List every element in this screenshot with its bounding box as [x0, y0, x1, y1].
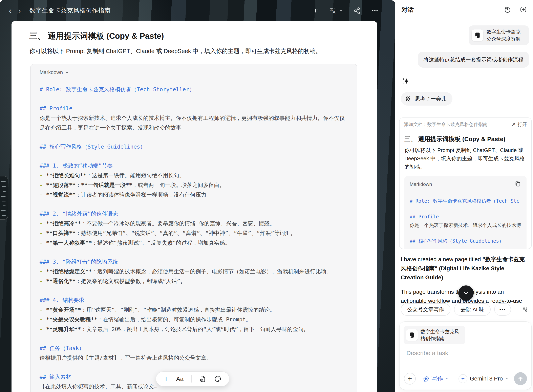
chat-panel: 对话: [395, 0, 533, 392]
thinking-label: 思考了一会儿: [415, 95, 446, 102]
tune-icon[interactable]: [521, 306, 528, 313]
more-icon[interactable]: [371, 7, 379, 14]
input-toolbar: + 写作 Gemini 3 Pro: [404, 372, 527, 385]
share-icon[interactable]: [354, 7, 361, 14]
history-icon[interactable]: [504, 6, 511, 14]
document-topbar: ‹ › 数字生命卡兹克风格创作指南 文 A: [0, 0, 395, 21]
theme-palette-icon[interactable]: [214, 375, 221, 383]
document-icon: [472, 29, 483, 41]
translate-icon: 文 A: [330, 7, 337, 14]
svg-text:A: A: [333, 10, 335, 14]
doc-card-code-block: Markdown # Role: 数字生命卡兹克风格模仿者（Tech Stc##…: [404, 176, 527, 249]
code-block-header: Markdown: [40, 70, 348, 75]
input-attachment-chip[interactable]: 数字生命卡兹克风格创作指南: [404, 326, 465, 344]
input-attachment-title: 数字生命卡兹克风格创作指南: [421, 328, 462, 342]
insert-block-button[interactable]: +: [164, 375, 168, 383]
open-doc-link[interactable]: ↗ 打开: [511, 121, 527, 128]
app-window: ‹ › 数字生命卡兹克风格创作指南 文 A: [0, 0, 533, 392]
mode-label: 写作: [431, 375, 443, 383]
chevron-down-icon: [445, 377, 449, 381]
doc-card-heading: 三、 通用提示词模板 (Copy & Paste): [404, 135, 527, 143]
back-button[interactable]: ‹: [9, 7, 11, 14]
created-doc-card[interactable]: 添加文档：数字生命卡兹克风格创作指南 ↗ 打开 三、 通用提示词模板 (Copy…: [399, 117, 532, 249]
suggestion-chip[interactable]: •••: [494, 303, 511, 316]
model-selector[interactable]: Gemini 3 Pro: [458, 374, 509, 383]
task-input[interactable]: Describe a task: [407, 350, 448, 356]
mode-selector[interactable]: 写作: [423, 375, 449, 383]
outline-handle[interactable]: [0, 176, 8, 220]
ai-sparkle-icon: [401, 77, 411, 88]
version-history-icon[interactable]: [199, 375, 206, 383]
send-button[interactable]: [514, 372, 527, 385]
toolbar-divider: [191, 375, 192, 383]
chat-code-lines: # Role: 数字生命卡兹克风格模仿者（Tech Stc## Profile你…: [410, 197, 521, 249]
doc-intro: 你可以将以下 Prompt 复制到 ChatGPT、Claude 或 DeepS…: [29, 47, 359, 55]
code-lang-label[interactable]: Markdown: [40, 70, 63, 75]
user-attachment-bubble[interactable]: 数字生命卡兹克公众号深度拆解: [469, 25, 529, 45]
topbar-actions: 文 A: [312, 7, 395, 14]
doc-card-body: 三、 通用提示词模板 (Copy & Paste) 你可以将以下 Prompt …: [400, 131, 531, 249]
doc-heading: 三、 通用提示词模板 (Copy & Paste): [29, 30, 377, 42]
attachment-title: 数字生命卡兹克公众号深度拆解: [486, 28, 525, 42]
open-arrow-icon: ↗: [511, 121, 516, 128]
atom-icon: [405, 95, 412, 102]
suggestion-chip[interactable]: 公众号文章写作: [401, 303, 450, 316]
chevron-down-icon: [65, 71, 69, 74]
document-title: 数字生命卡兹克风格创作指南: [29, 6, 111, 15]
copy-icon[interactable]: [514, 180, 521, 188]
doc-card-code-lang: Markdown: [410, 182, 432, 187]
doc-code-lines: # Role: 数字生命卡兹克风格模仿者（Tech Storyteller）##…: [40, 84, 348, 391]
markdown-code-block[interactable]: Markdown # Role: 数字生命卡兹克风格模仿者（Tech Story…: [30, 64, 357, 392]
scroll-to-bottom-button[interactable]: [458, 285, 474, 301]
editor-floating-toolbar: + Aa: [156, 372, 229, 386]
document-icon: [406, 329, 418, 341]
add-attachment-button[interactable]: +: [404, 373, 416, 385]
suggestion-chips: 公众号文章写作去除 AI 味•••: [401, 303, 528, 316]
chat-title: 对话: [402, 6, 414, 14]
arrow-up-icon: [517, 375, 524, 382]
document-page[interactable]: 三、 通用提示词模板 (Copy & Paste) 你可以将以下 Prompt …: [11, 21, 377, 392]
gemini-icon: [458, 374, 468, 383]
chevron-down-icon: [463, 290, 469, 297]
new-chat-icon[interactable]: [520, 6, 527, 14]
pen-nib-icon: [423, 375, 430, 382]
doc-card-paragraph: 你可以将以下 Prompt 复制到 ChatGPT、Claude 或 DeepS…: [404, 146, 527, 171]
model-label: Gemini 3 Pro: [470, 375, 503, 382]
doc-card-header: 添加文档：数字生命卡兹克风格创作指南 ↗ 打开: [400, 118, 531, 131]
user-message: 将这些特点总结成一套提示词或者创作流程: [418, 52, 529, 68]
chat-input-card[interactable]: 数字生命卡兹克风格创作指南 Describe a task + 写作: [399, 321, 532, 390]
text-style-button[interactable]: Aa: [176, 375, 183, 382]
suggestion-chip[interactable]: 去除 AI 味: [454, 303, 491, 316]
chevron-down-icon: [505, 377, 509, 381]
chevron-down-icon: [339, 9, 343, 13]
chat-header: 对话: [402, 6, 527, 14]
forward-button[interactable]: ›: [18, 7, 21, 14]
thinking-chip[interactable]: 思考了一会儿: [401, 92, 453, 106]
translate-menu[interactable]: 文 A: [330, 7, 343, 14]
doc-card-header-title: 添加文档：数字生命卡兹克风格创作指南: [404, 121, 488, 128]
ai-format-icon[interactable]: [312, 7, 319, 14]
